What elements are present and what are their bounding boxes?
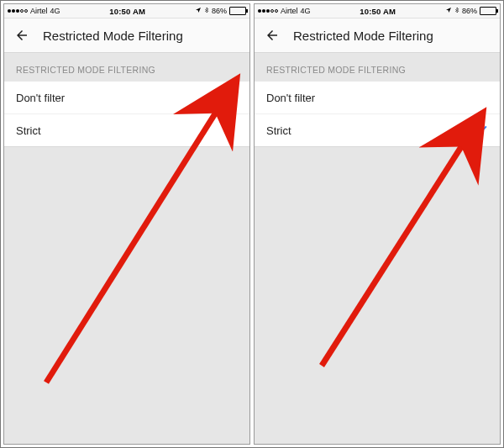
option-label: Strict xyxy=(16,124,41,137)
page-title: Restricted Mode Filtering xyxy=(293,29,433,43)
option-strict[interactable]: Strict xyxy=(4,114,249,147)
app-header: Restricted Mode Filtering xyxy=(4,18,249,53)
bluetooth-icon xyxy=(204,7,209,16)
option-label: Strict xyxy=(266,124,291,137)
carrier-label: Airtel xyxy=(281,7,298,15)
location-icon xyxy=(445,7,452,15)
page-title: Restricted Mode Filtering xyxy=(43,29,183,43)
bluetooth-icon xyxy=(454,7,459,16)
battery-icon xyxy=(480,7,496,15)
option-dont-filter[interactable]: Don't filter xyxy=(4,82,249,114)
status-time: 10:50 AM xyxy=(109,7,145,16)
battery-pct: 86% xyxy=(212,7,227,15)
location-icon xyxy=(195,7,202,15)
back-arrow-icon[interactable] xyxy=(14,28,29,43)
network-label: 4G xyxy=(301,7,311,15)
section-header: RESTRICTED MODE FILTERING xyxy=(4,53,249,82)
status-bar: Airtel 4G 10:50 AM 86% xyxy=(4,4,249,18)
status-time: 10:50 AM xyxy=(360,7,396,16)
option-strict[interactable]: Strict xyxy=(255,114,500,147)
signal-dots-icon xyxy=(8,9,28,13)
svg-line-1 xyxy=(322,122,477,366)
battery-pct: 86% xyxy=(462,7,477,15)
status-bar: Airtel 4G 10:50 AM 86% xyxy=(255,4,500,18)
phone-screen-left: Airtel 4G 10:50 AM 86% Restricted Mode F… xyxy=(3,3,250,445)
comparison-canvas: Airtel 4G 10:50 AM 86% Restricted Mode F… xyxy=(0,0,504,448)
annotation-arrow xyxy=(305,113,498,382)
option-list: Don't filter Strict xyxy=(255,82,500,147)
carrier-label: Airtel xyxy=(30,7,48,15)
signal-dots-icon xyxy=(258,9,278,13)
section-header: RESTRICTED MODE FILTERING xyxy=(255,53,500,82)
app-header: Restricted Mode Filtering xyxy=(255,18,500,53)
option-label: Don't filter xyxy=(16,92,65,104)
check-icon xyxy=(224,91,238,104)
phone-screen-right: Airtel 4G 10:50 AM 86% Restricted Mode F… xyxy=(254,3,501,445)
battery-icon xyxy=(229,7,246,15)
option-label: Don't filter xyxy=(266,92,315,104)
option-dont-filter[interactable]: Don't filter xyxy=(255,82,500,114)
back-arrow-icon[interactable] xyxy=(265,28,280,43)
check-icon xyxy=(475,124,488,137)
network-label: 4G xyxy=(50,7,60,15)
option-list: Don't filter Strict xyxy=(4,82,249,147)
